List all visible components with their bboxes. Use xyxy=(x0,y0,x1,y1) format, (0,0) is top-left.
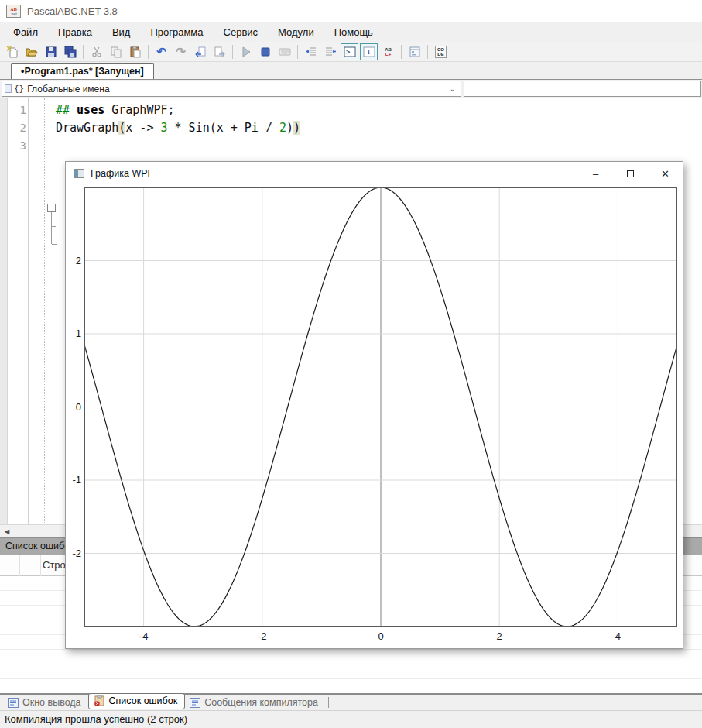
minimize-button[interactable]: – xyxy=(578,162,613,185)
undo-button[interactable]: ↶ xyxy=(152,43,170,60)
code-lines[interactable]: ## uses GraphWPF;DrawGraph(x -> 3 * Sin(… xyxy=(56,101,300,155)
menu-view[interactable]: Вид xyxy=(102,23,141,41)
save-all-button[interactable] xyxy=(61,43,79,60)
next-position-button[interactable] xyxy=(211,43,228,60)
scope-combobox[interactable]: {} Глобальные имена ⌄ xyxy=(2,81,461,97)
code-line[interactable]: DrawGraph(x -> 3 * Sin(x + Pi / 2)) xyxy=(56,119,300,137)
tab-output-window[interactable]: Окно вывода xyxy=(3,695,88,710)
tab-separator xyxy=(328,697,329,708)
main-toolbar: ↶ ↷ > I ABC+ CODE xyxy=(0,42,702,62)
tab-error-list[interactable]: Список ошибок xyxy=(88,693,186,709)
run-button[interactable] xyxy=(237,43,255,60)
wpf-plot-svg xyxy=(84,187,677,627)
new-file-button[interactable] xyxy=(3,43,21,60)
console-window-icon: > xyxy=(344,46,356,57)
app-logo-icon: AB.net xyxy=(6,5,21,18)
open-file-button[interactable] xyxy=(22,43,40,60)
member-combobox[interactable] xyxy=(464,81,701,97)
code-templates-button[interactable]: CODE xyxy=(432,43,450,60)
line-number: 2 xyxy=(8,119,26,137)
x-tick-label: 4 xyxy=(606,630,629,642)
redo-button[interactable]: ↷ xyxy=(172,43,190,60)
line-numbers: 123 xyxy=(8,101,26,155)
indent-button[interactable] xyxy=(302,43,320,60)
cut-button[interactable] xyxy=(87,43,105,60)
scope-combobox-value: Глобальные имена xyxy=(27,84,109,94)
toolbar-separator xyxy=(148,45,149,59)
next-position-icon xyxy=(214,46,226,58)
menu-file[interactable]: Файл xyxy=(3,23,48,41)
wpf-window-title: Графика WPF xyxy=(91,168,153,179)
indent-icon xyxy=(305,46,317,58)
y-tick-label: 2 xyxy=(66,255,81,266)
undo-icon: ↶ xyxy=(156,45,166,59)
code-token-plain: GraphWPF; xyxy=(104,103,174,117)
form-designer-button[interactable] xyxy=(406,43,423,60)
code-line[interactable]: ## uses GraphWPF; xyxy=(56,101,300,119)
menu-edit[interactable]: Правка xyxy=(48,23,102,41)
app-titlebar[interactable]: AB.net PascalABC.NET 3.8 xyxy=(0,0,702,22)
text-cursor-icon: I xyxy=(363,46,375,57)
code-line[interactable] xyxy=(56,137,300,155)
code-token-plain: ) xyxy=(286,121,293,135)
x-tick-label: 0 xyxy=(369,630,392,642)
tab-compiler-messages[interactable]: Сообщения компилятора xyxy=(185,695,325,710)
wpf-titlebar[interactable]: Графика WPF – ✕ xyxy=(66,162,683,185)
code-token-bracket: ( xyxy=(118,121,125,135)
toolbar-separator xyxy=(232,45,233,59)
y-tick-label: -1 xyxy=(66,474,81,486)
menu-help[interactable]: Помощь xyxy=(324,23,383,41)
wpf-graph-window[interactable]: Графика WPF – ✕ 210-1-2 -4-2024 xyxy=(65,161,683,649)
abc-plus-button[interactable]: ABC+ xyxy=(379,43,397,60)
code-token-plain: * Sin(x + Pi / xyxy=(168,121,280,135)
toolbar-separator xyxy=(83,45,84,59)
compiler-messages-icon xyxy=(190,698,200,708)
outdent-icon xyxy=(324,46,337,58)
menu-modules[interactable]: Модули xyxy=(268,23,324,41)
maximize-icon xyxy=(627,170,634,177)
save-icon xyxy=(45,46,57,58)
code-token-number: 2 xyxy=(279,121,286,135)
fold-margin-line xyxy=(44,98,45,524)
line-number: 1 xyxy=(8,101,26,119)
toolbar-separator xyxy=(401,45,402,59)
save-all-icon xyxy=(64,46,77,58)
output-window-icon xyxy=(8,698,19,708)
y-tick-label: 0 xyxy=(66,401,81,413)
cut-icon xyxy=(91,46,103,58)
app-title: PascalABC.NET 3.8 xyxy=(27,5,118,17)
menu-bar: Файл Правка Вид Программа Сервис Модули … xyxy=(0,22,702,42)
copy-icon xyxy=(110,46,122,58)
text-cursor-toggle[interactable]: I xyxy=(360,43,378,60)
chevron-down-icon: ⌄ xyxy=(450,84,456,93)
copy-button[interactable] xyxy=(107,43,125,60)
code-token-number: 3 xyxy=(160,121,167,135)
maximize-button[interactable] xyxy=(613,162,648,185)
redo-icon: ↷ xyxy=(176,45,186,59)
code-token-keyword: uses xyxy=(77,103,104,117)
stop-icon xyxy=(259,46,272,58)
toolbar-separator xyxy=(297,45,298,59)
svg-text:I: I xyxy=(368,48,370,56)
menu-service[interactable]: Сервис xyxy=(214,23,269,41)
breakpoint-margin[interactable] xyxy=(0,98,8,524)
run-icon xyxy=(240,46,252,58)
close-button[interactable]: ✕ xyxy=(648,162,683,185)
outdent-button[interactable] xyxy=(321,43,339,60)
prev-position-button[interactable] xyxy=(191,43,209,60)
x-tick-label: 2 xyxy=(488,630,511,642)
stop-button[interactable] xyxy=(256,43,274,60)
keyboard-button[interactable] xyxy=(276,43,293,60)
tab-program1[interactable]: •Program1.pas* [Запущен] xyxy=(11,63,154,79)
scroll-left-icon[interactable]: ◄ xyxy=(2,527,12,537)
console-window-toggle[interactable]: > xyxy=(341,43,358,60)
form-designer-icon xyxy=(409,46,421,58)
save-button[interactable] xyxy=(42,43,60,60)
prev-position-icon xyxy=(194,46,207,58)
x-tick-label: -2 xyxy=(251,630,274,642)
status-bar: Компиляция прошла успешно (2 строк) xyxy=(0,710,702,728)
fold-collapse-icon[interactable] xyxy=(47,204,56,212)
paste-button[interactable] xyxy=(126,43,144,60)
menu-program[interactable]: Программа xyxy=(140,23,213,41)
code-token-plain: x -> xyxy=(125,121,160,135)
